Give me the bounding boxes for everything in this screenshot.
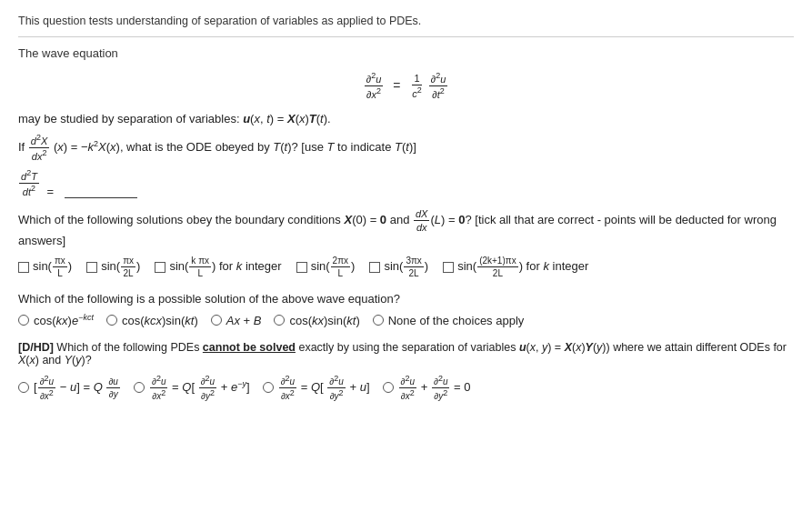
wave-equation-display: ∂2u ∂x2 = 1 c2 ∂2u ∂t2 xyxy=(18,71,794,101)
bc-question: Which of the following solutions obey th… xyxy=(18,207,794,248)
d2T-label: d2T dt2 xyxy=(18,168,40,198)
possible-label-3: Ax + B xyxy=(226,314,262,327)
dhd-answers-container: [∂2u∂x2 − u] = Q ∂u∂y ∂2u∂x2 = Q[ ∂2u∂y2… xyxy=(18,374,794,403)
dhd-label-3: ∂2u∂x2 = Q[ ∂2u∂y2 + u] xyxy=(278,374,370,403)
wave-section: The wave equation ∂2u ∂x2 = 1 c2 ∂2u ∂t2… xyxy=(18,46,794,279)
bc-checkbox-6[interactable] xyxy=(443,262,454,273)
bc-item-3: sin(k πxL) for k integer xyxy=(155,255,281,279)
possible-answers-container: cos(kx)e−kct cos(kcx)sin(kt) Ax + B cos(… xyxy=(18,313,794,327)
bc-label-6: sin((2k+1)πx2L) for k integer xyxy=(457,255,588,279)
dhd-radio-4[interactable] xyxy=(383,382,394,393)
possible-item-5: None of the choices apply xyxy=(373,314,525,327)
bc-checkbox-5[interactable] xyxy=(369,262,380,273)
sep-text: may be studied by separation of variable… xyxy=(18,112,794,125)
bc-item-5: sin(3πx2L) xyxy=(369,255,428,279)
possible-radio-1[interactable] xyxy=(18,315,29,326)
possible-radio-3[interactable] xyxy=(211,315,222,326)
bc-checkbox-1[interactable] xyxy=(18,262,29,273)
dhd-section: [D/HD] Which of the following PDEs canno… xyxy=(18,341,794,403)
divider xyxy=(18,36,794,37)
dhd-item-4: ∂2u∂x2 + ∂2u∂y2 = 0 xyxy=(383,374,471,403)
possible-item-1: cos(kx)e−kct xyxy=(18,313,94,327)
bc-label-2: sin(πx2L) xyxy=(101,255,140,279)
possible-item-3: Ax + B xyxy=(211,314,262,327)
bc-item-2: sin(πx2L) xyxy=(86,255,140,279)
bc-label-3: sin(k πxL) for k integer xyxy=(169,255,281,279)
dhd-label-2: ∂2u∂x2 = Q[ ∂2u∂y2 + e−y] xyxy=(149,374,250,403)
wave-eq-rhs: 1 c2 ∂2u ∂t2 xyxy=(409,71,448,101)
dhd-label-4: ∂2u∂x2 + ∂2u∂y2 = 0 xyxy=(398,374,471,403)
bc-item-1: sin(πxL) xyxy=(18,255,72,279)
bc-label-5: sin(3πx2L) xyxy=(384,255,428,279)
possible-label-4: cos(kx)sin(kt) xyxy=(289,314,359,327)
possible-question: Which of the following is a possible sol… xyxy=(18,292,794,306)
possible-radio-5[interactable] xyxy=(373,315,384,326)
dhd-radio-3[interactable] xyxy=(263,382,274,393)
dhd-item-1: [∂2u∂x2 − u] = Q ∂u∂y xyxy=(18,374,121,403)
possible-section: Which of the following is a possible sol… xyxy=(18,292,794,327)
possible-label-5: None of the choices apply xyxy=(388,314,525,327)
dhd-question: [D/HD] Which of the following PDEs canno… xyxy=(18,341,794,366)
wave-title: The wave equation xyxy=(18,46,794,60)
ode-answer-line: d2T dt2 = xyxy=(18,168,794,198)
possible-label-1: cos(kx)e−kct xyxy=(34,313,94,327)
ode-answer-input[interactable] xyxy=(65,182,137,198)
dhd-item-3: ∂2u∂x2 = Q[ ∂2u∂y2 + u] xyxy=(263,374,370,403)
eq-sign: = xyxy=(44,185,57,198)
dhd-radio-2[interactable] xyxy=(134,382,145,393)
bc-checkbox-3[interactable] xyxy=(155,262,165,273)
bc-label-1: sin(πxL) xyxy=(33,255,72,279)
bc-label-4: sin(2πxL) xyxy=(311,255,356,279)
bc-item-6: sin((2k+1)πx2L) for k integer xyxy=(443,255,588,279)
dhd-label-1: [∂2u∂x2 − u] = Q ∂u∂y xyxy=(34,374,121,403)
bc-checkbox-4[interactable] xyxy=(296,262,307,273)
bc-item-4: sin(2πxL) xyxy=(296,255,356,279)
intro-text: This question tests understanding of sep… xyxy=(18,15,794,27)
wave-eq-equals: = xyxy=(389,78,404,93)
possible-radio-2[interactable] xyxy=(106,315,117,326)
bc-checkbox-2[interactable] xyxy=(86,262,97,273)
bc-answers-container: sin(πxL) sin(πx2L) sin(k πxL) for k inte… xyxy=(18,255,794,279)
dhd-radio-1[interactable] xyxy=(18,382,29,393)
possible-label-2: cos(kcx)sin(kt) xyxy=(122,314,198,327)
possible-radio-4[interactable] xyxy=(274,315,285,326)
dhd-tag: [D/HD] xyxy=(18,341,54,354)
ode-question: If d2X dx2 (x) = −k2X(x), what is the OD… xyxy=(18,133,794,163)
wave-eq-lhs: ∂2u ∂x2 xyxy=(364,71,385,101)
possible-item-4: cos(kx)sin(kt) xyxy=(274,314,359,327)
dhd-item-2: ∂2u∂x2 = Q[ ∂2u∂y2 + e−y] xyxy=(134,374,250,403)
possible-item-2: cos(kcx)sin(kt) xyxy=(106,314,198,327)
